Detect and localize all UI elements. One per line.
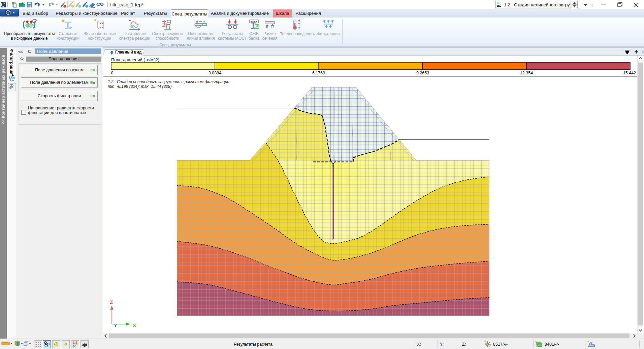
- svg-text:*: *: [484, 341, 486, 344]
- svg-text:X: X: [133, 322, 136, 328]
- svg-text:*: *: [9, 86, 11, 91]
- svg-text:*: *: [587, 341, 589, 345]
- svg-text:*: *: [535, 341, 537, 345]
- svg-text:Y: Y: [114, 322, 117, 328]
- svg-text:Z: Z: [110, 299, 113, 305]
- svg-text:+: +: [203, 20, 205, 24]
- svg-text:*: *: [62, 19, 65, 26]
- svg-text:*: *: [94, 19, 97, 25]
